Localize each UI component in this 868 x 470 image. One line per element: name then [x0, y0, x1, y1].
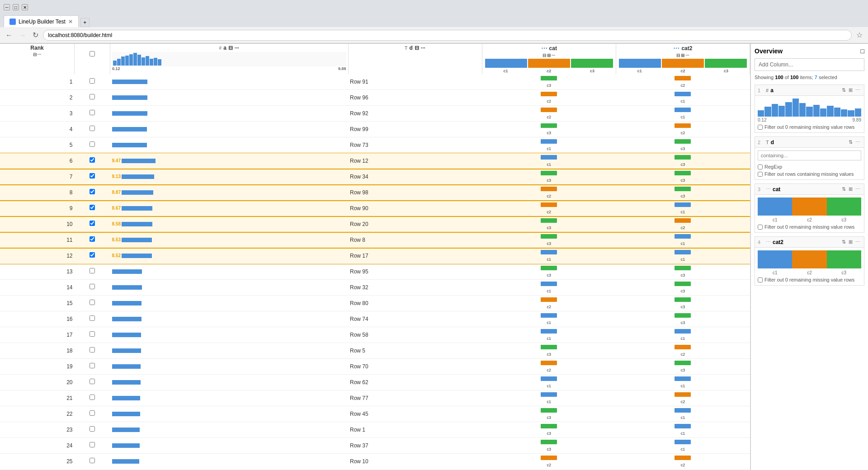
panel-d-regexp-checkbox[interactable]	[758, 164, 763, 169]
panel-a-filter-checkbox[interactable]	[758, 125, 763, 130]
row-checkbox[interactable]	[90, 410, 95, 416]
bookmark-star-icon[interactable]: ☆	[854, 29, 864, 41]
cat-icon-2[interactable]: ⊞	[547, 53, 551, 58]
panel-a-more-btn[interactable]: ⋯	[854, 87, 861, 94]
checkbox-cell[interactable]	[75, 137, 110, 153]
row-checkbox[interactable]	[90, 189, 95, 194]
checkbox-cell[interactable]	[75, 311, 110, 327]
row-checkbox[interactable]	[90, 236, 95, 242]
maximize-btn[interactable]: □	[13, 4, 19, 10]
table-row[interactable]: 17 Row 58 c1 c1	[0, 327, 750, 343]
row-checkbox[interactable]	[90, 94, 95, 99]
checkbox-cell[interactable]	[75, 327, 110, 343]
checkbox-cell[interactable]	[75, 153, 110, 169]
address-bar[interactable]	[43, 30, 852, 41]
checkbox-cell[interactable]	[75, 343, 110, 359]
row-checkbox[interactable]	[90, 363, 95, 368]
row-checkbox[interactable]	[90, 458, 95, 463]
row-checkbox[interactable]	[90, 426, 95, 432]
row-checkbox[interactable]	[90, 126, 95, 131]
table-row[interactable]: 21 Row 77 c1 c2	[0, 390, 750, 406]
row-checkbox[interactable]	[90, 331, 95, 337]
row-checkbox[interactable]	[90, 78, 95, 84]
row-checkbox[interactable]	[90, 141, 95, 147]
table-row[interactable]: 18 Row 5 c3 c2	[0, 343, 750, 359]
panel-cat-table-btn[interactable]: ⊞	[848, 186, 854, 193]
table-row[interactable]: 25 Row 10 c2 c2	[0, 454, 750, 470]
panel-cat-more-btn[interactable]: ⋯	[854, 186, 861, 193]
minimize-btn[interactable]: ─	[4, 4, 10, 10]
table-row[interactable]: 14 Row 32 c1 c3	[0, 280, 750, 296]
close-btn[interactable]: ✕	[22, 4, 28, 10]
table-row[interactable]: 20 Row 62 c1 c1	[0, 375, 750, 390]
table-row[interactable]: 7 9.13 Row 34 c3 c3	[0, 169, 750, 185]
row-checkbox[interactable]	[90, 300, 95, 305]
row-checkbox[interactable]	[90, 315, 95, 321]
active-tab[interactable]: LineUp Builder Test ✕	[4, 15, 79, 27]
row-checkbox[interactable]	[90, 379, 95, 384]
checkbox-cell[interactable]	[75, 90, 110, 106]
sidebar-toggle-btn[interactable]: □	[861, 47, 864, 55]
table-row[interactable]: 12 8.52 Row 17 c1 c1	[0, 248, 750, 264]
checkbox-cell[interactable]	[75, 359, 110, 375]
row-checkbox[interactable]	[90, 395, 95, 400]
cat2-icon-3[interactable]: ···	[685, 53, 689, 58]
panel-d-filter-checkbox[interactable]	[758, 172, 763, 177]
a-sort-icon[interactable]: ⊟	[228, 45, 233, 51]
checkbox-cell[interactable]	[75, 106, 110, 122]
row-checkbox[interactable]	[90, 268, 95, 273]
cat2-icon-1[interactable]: ⊟	[676, 53, 680, 58]
checkbox-cell[interactable]	[75, 422, 110, 438]
row-checkbox[interactable]	[90, 157, 95, 163]
checkbox-cell[interactable]	[75, 264, 110, 280]
row-checkbox[interactable]	[90, 284, 95, 289]
checkbox-cell[interactable]	[75, 390, 110, 406]
row-checkbox[interactable]	[90, 205, 95, 210]
checkbox-cell[interactable]	[75, 248, 110, 264]
table-row[interactable]: 8 8.87 Row 98 c2 c3	[0, 185, 750, 201]
panel-cat-filter-checkbox[interactable]	[758, 225, 763, 230]
tab-close-btn[interactable]: ✕	[68, 19, 73, 25]
checkbox-cell[interactable]	[75, 169, 110, 185]
row-checkbox[interactable]	[90, 442, 95, 447]
checkbox-cell[interactable]	[75, 438, 110, 454]
checkbox-cell[interactable]	[75, 201, 110, 216]
row-checkbox[interactable]	[90, 110, 95, 115]
table-row[interactable]: 5 Row 73 c1 c3	[0, 137, 750, 153]
table-row[interactable]: 11 8.53 Row 8 c3 c1	[0, 232, 750, 248]
row-checkbox[interactable]	[90, 347, 95, 352]
cat2-icon-2[interactable]: ⊞	[681, 53, 684, 58]
panel-cat-sort-btn[interactable]: ⇅	[841, 186, 847, 193]
panel-a-table-btn[interactable]: ⊞	[848, 87, 854, 94]
table-row[interactable]: 22 Row 45 c3 c1	[0, 406, 750, 422]
a-menu-icon[interactable]: ···	[235, 45, 239, 51]
table-row[interactable]: 24 Row 37 c3 c1	[0, 438, 750, 454]
forward-btn[interactable]: →	[17, 29, 28, 41]
d-sort-icon[interactable]: ⊟	[415, 45, 419, 51]
table-row[interactable]: 1 Row 91 c3 c2	[0, 74, 750, 90]
panel-a-sort-btn[interactable]: ⇅	[841, 87, 847, 94]
table-row[interactable]: 10 8.58 Row 20 c3 c2	[0, 216, 750, 232]
table-row[interactable]: 4 Row 99 c3 c2	[0, 122, 750, 137]
cat-icon-1[interactable]: ⊟	[542, 53, 546, 58]
table-row[interactable]: 15 Row 80 c2 c3	[0, 296, 750, 311]
table-row[interactable]: 16 Row 74 c1 c3	[0, 311, 750, 327]
row-checkbox[interactable]	[90, 173, 95, 179]
panel-cat2-table-btn[interactable]: ⊞	[848, 239, 854, 245]
panel-cat2-more-btn[interactable]: ⋯	[854, 239, 861, 245]
panel-cat2-filter-checkbox[interactable]	[758, 277, 763, 282]
checkbox-cell[interactable]	[75, 406, 110, 422]
add-column-btn[interactable]: Add Column...	[755, 58, 864, 71]
row-checkbox[interactable]	[90, 252, 95, 258]
row-checkbox[interactable]	[90, 221, 95, 226]
new-tab-btn[interactable]: +	[80, 18, 90, 27]
select-all-checkbox[interactable]	[90, 51, 95, 56]
checkbox-cell[interactable]	[75, 454, 110, 470]
panel-d-more-btn[interactable]: ⋯	[854, 139, 861, 146]
checkbox-cell[interactable]	[75, 296, 110, 311]
refresh-btn[interactable]: ↻	[31, 29, 40, 41]
checkbox-cell[interactable]	[75, 74, 110, 90]
checkbox-cell[interactable]	[75, 375, 110, 390]
panel-cat2-sort-btn[interactable]: ⇅	[841, 239, 847, 245]
table-row[interactable]: 3 Row 92 c2 c1	[0, 106, 750, 122]
